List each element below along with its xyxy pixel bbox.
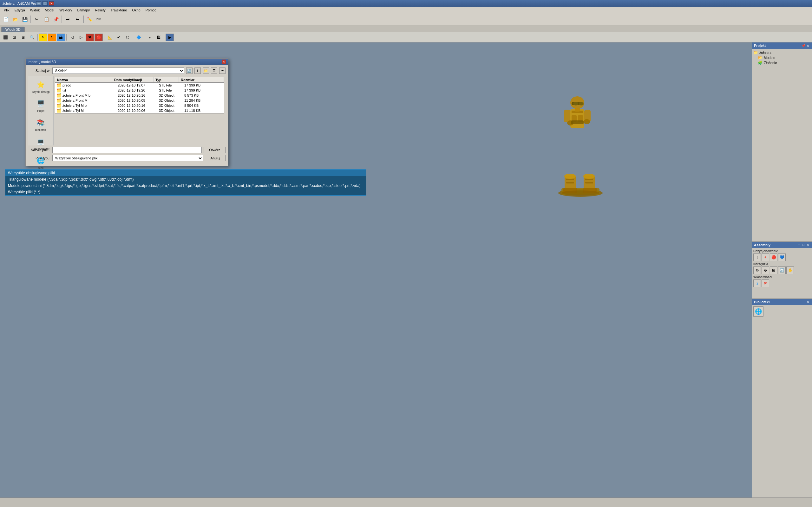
svg-rect-10	[575, 108, 580, 112]
menu-okno[interactable]: Okno	[130, 8, 143, 13]
filename-row: Nazwa pliku: Otwórz	[28, 147, 225, 153]
copy-button[interactable]: 📋	[42, 15, 51, 24]
asm-rotate-btn[interactable]: ✈	[762, 253, 769, 261]
menu-bitmapy[interactable]: Bitmapy	[74, 8, 92, 13]
assembly-panel-title: Assembly	[754, 243, 797, 247]
asm-tool3-btn[interactable]: ⊞	[770, 267, 777, 274]
project-panel: Projekt 📌 ✕ 📁 żołnierz 📂 Modele 🧩 Złożen…	[752, 43, 812, 242]
menu-pomoc[interactable]: Pomoc	[143, 8, 159, 13]
draw-button[interactable]: ✏️	[85, 15, 94, 24]
nav-newfolder-button[interactable]: 📁	[203, 67, 209, 74]
view-toggle2-btn[interactable]: ▷	[77, 34, 85, 41]
assembly-panel-close[interactable]: ✕	[806, 243, 810, 247]
menu-reliefy[interactable]: Reliefy	[92, 8, 108, 13]
filetype-dropdown[interactable]: Wszystkie obsługiwane pliki	[52, 155, 203, 161]
library-item[interactable]: 📚 Biblioteki	[34, 116, 48, 133]
file-row-frontmb[interactable]: 🗂️ żołnierz Front M b 2020-12-10 20:16 3…	[55, 93, 224, 98]
tab-strip: Widok 3D	[0, 25, 812, 32]
cancel-button[interactable]: Anuluj	[205, 155, 225, 161]
svg-point-3	[579, 102, 584, 106]
view-render-btn[interactable]: ▶	[165, 34, 174, 41]
dropdown-item-all-supported[interactable]: Wszystkie obsługiwane pliki	[5, 170, 366, 176]
menu-widok[interactable]: Widok	[28, 8, 43, 13]
file-size-tylm: 11 118 KB	[184, 109, 200, 112]
view-toggle4-btn[interactable]: 🔴	[95, 34, 103, 41]
tab-widok3d[interactable]: Widok 3D	[1, 26, 25, 32]
desktop-item[interactable]: 🖥️ Pulpit	[35, 97, 47, 114]
menu-model[interactable]: Model	[42, 8, 57, 13]
redo-button[interactable]: ↪	[73, 15, 82, 24]
asm-info-btn[interactable]: ℹ	[753, 279, 761, 287]
menu-trajektorie[interactable]: Trajektorie	[108, 8, 130, 13]
view-polygon-btn[interactable]: ⬡	[123, 34, 132, 41]
view-isometric-btn[interactable]: ⬛	[1, 34, 9, 41]
asm-tool5-btn[interactable]: ✋	[786, 267, 794, 274]
view-bitmap-btn[interactable]: 🖼	[154, 34, 163, 41]
view-vector-btn[interactable]: ⬥	[146, 34, 154, 41]
dialog-close-button[interactable]: ✕	[222, 60, 226, 64]
new-button[interactable]: 📄	[1, 15, 10, 24]
view-select-btn[interactable]: ↖	[39, 34, 47, 41]
view-top-btn[interactable]: ⊡	[10, 34, 18, 41]
asm-tool2-btn[interactable]: ⚙	[762, 267, 769, 274]
asm-tool4-btn[interactable]: 🔄	[778, 267, 786, 274]
close-button[interactable]: ✕	[49, 1, 54, 6]
view-relief-btn[interactable]: 🏔	[57, 34, 65, 41]
tree-item-zolnierz[interactable]: 📁 żołnierz	[753, 50, 811, 55]
view-sep-3	[104, 34, 104, 41]
asm-align-btn[interactable]: 💙	[778, 253, 786, 261]
open-button[interactable]: Otwórz	[204, 147, 225, 153]
dropdown-item-all-files[interactable]: Wszystkie pliki (*.*)	[5, 189, 366, 195]
paste-button[interactable]: 📌	[51, 15, 60, 24]
view-fit-btn[interactable]: 🔍	[28, 34, 36, 41]
cut-button[interactable]: ✂	[32, 15, 41, 24]
file-row-frontm[interactable]: 🗂️ żołnierz Front M 2020-12-10 20:05 3D …	[55, 98, 224, 103]
quickaccess-item[interactable]: ⭐ Szybki dostęp	[31, 78, 51, 95]
file-name-tylm: żołnierz Tył M	[62, 109, 118, 112]
asm-delete-btn[interactable]: ✖	[762, 279, 769, 287]
location-dropdown[interactable]: SKANY	[52, 67, 184, 74]
lib-panel-close[interactable]: ✕	[806, 300, 810, 304]
file-row-tylmb[interactable]: 🗂️ żołnierz Tył M b 2020-12-10 20:16 3D …	[55, 103, 224, 108]
file-row-przod[interactable]: 🗂️ przód 2020-12-10 19:07 STL File 17 39…	[55, 83, 224, 88]
project-panel-header: Projekt 📌 ✕	[752, 43, 812, 49]
nav-up-button[interactable]: ⬆	[194, 67, 201, 74]
asm-tool1-btn[interactable]: ⚙	[753, 267, 761, 274]
view-toggle1-btn[interactable]: ◁	[68, 34, 76, 41]
view-rotate-btn[interactable]: ↻	[48, 34, 56, 41]
nav-view-button[interactable]: ☰	[211, 67, 217, 74]
asm-move-btn[interactable]: ↕	[753, 253, 761, 261]
view-measure-btn[interactable]: 📐	[106, 34, 114, 41]
view-toggle3-btn[interactable]: ❤	[86, 34, 94, 41]
assembly-panel-minimize[interactable]: ─	[797, 243, 801, 247]
assembly-panel-maximize[interactable]: □	[801, 243, 806, 247]
menu-plik[interactable]: Plik	[1, 8, 12, 13]
dropdown-item-surface[interactable]: Modele powierzchni (*.3dm;*.dgk;*.igs;*.…	[5, 182, 366, 189]
open-button[interactable]: 📂	[11, 15, 20, 24]
lib-globe-btn[interactable]: 🌐	[753, 306, 763, 317]
menu-wektory[interactable]: Wektory	[57, 8, 74, 13]
project-panel-pin[interactable]: 📌	[801, 43, 806, 48]
maximize-button[interactable]: □	[43, 1, 48, 6]
viewport[interactable]: Importuj model 3D ✕ Szukaj w: SKANY 🔙 ⬆ …	[0, 43, 752, 498]
file-list-header: Nazwa Data modyfikacji Typ Rozmiar	[55, 77, 224, 82]
view-sep-6	[164, 34, 164, 41]
asm-snap-btn[interactable]: 🔴	[770, 253, 777, 261]
file-row-tylm[interactable]: 🗂️ żołnierz Tył M 2020-12-10 20:06 3D Ob…	[55, 108, 224, 113]
quickaccess-icon: ⭐	[36, 79, 46, 90]
filename-input[interactable]	[52, 147, 202, 153]
dropdown-item-triangulated[interactable]: Triangulowane modele (*.3da;*.3dp;*.3ds;…	[5, 176, 366, 182]
tree-item-modele[interactable]: 📂 Modele	[758, 55, 811, 60]
minimize-button[interactable]: ─	[36, 1, 41, 6]
view-check-btn[interactable]: ✔	[114, 34, 123, 41]
view-front-btn[interactable]: ⊞	[19, 34, 27, 41]
nav-back-button[interactable]: 🔙	[186, 67, 193, 74]
undo-button[interactable]: ↩	[63, 15, 72, 24]
save-button[interactable]: 💾	[20, 15, 29, 24]
menu-edycja[interactable]: Edycja	[12, 8, 28, 13]
tree-item-zlozenie[interactable]: 🧩 Złożenie	[758, 60, 811, 65]
nav-menu-button[interactable]: ⋯	[219, 67, 225, 74]
project-panel-close[interactable]: ✕	[806, 43, 810, 48]
file-row-tyl[interactable]: 🗂️ tył 2020-12-10 19:20 STL File 17 399 …	[55, 88, 224, 93]
view-shade-btn[interactable]: 🔷	[135, 34, 143, 41]
